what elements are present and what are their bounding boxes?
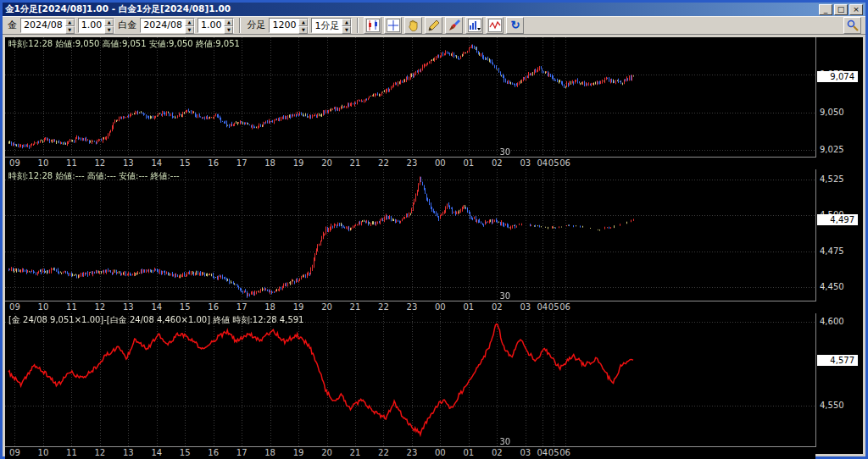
platinum-month-spinner[interactable]: ▲▼ bbox=[185, 19, 194, 32]
toolbar-separator bbox=[357, 18, 359, 33]
platinum-chart-canvas[interactable] bbox=[5, 169, 815, 301]
x-tick-label: 03 bbox=[520, 302, 531, 312]
x-tick-label: 11 bbox=[66, 302, 77, 312]
gold-month-field[interactable]: 2024/08 ▲▼ bbox=[20, 18, 75, 33]
x-tick-label: 18 bbox=[264, 448, 275, 457]
gold-multiplier-field[interactable]: 1.00 ▲▼ bbox=[78, 18, 115, 33]
gold-multiplier-spinner[interactable]: ▲▼ bbox=[104, 19, 114, 32]
indicators-menu-icon[interactable] bbox=[465, 17, 483, 34]
x-tick-label: 22 bbox=[378, 448, 389, 457]
x-tick-label: 23 bbox=[407, 158, 418, 168]
gold-chart-canvas[interactable] bbox=[5, 37, 815, 158]
minimize-button[interactable]: _ bbox=[819, 4, 832, 15]
x-tick-label: 02 bbox=[492, 448, 503, 457]
timeframe-value[interactable]: 1分足 bbox=[312, 19, 342, 32]
platinum-month-value[interactable]: 2024/08 bbox=[141, 19, 185, 32]
oscillator-icon[interactable] bbox=[486, 17, 504, 34]
platinum-multiplier-spinner[interactable]: ▲▼ bbox=[224, 19, 233, 32]
x-tick-label: 04 bbox=[537, 158, 548, 168]
gold-multiplier-value[interactable]: 1.00 bbox=[79, 19, 105, 32]
x-tick-label: 09 bbox=[9, 302, 20, 312]
x-tick-label: 00 bbox=[435, 448, 446, 457]
date-marker: 30 bbox=[499, 291, 510, 301]
x-tick-label: 09 bbox=[9, 448, 20, 457]
titlebar[interactable]: 金1分足[2024/08]1.00 - 白金1分足[2024/08]1.00 _… bbox=[3, 3, 865, 16]
x-tick-label: 15 bbox=[180, 158, 191, 168]
x-tick-label: 14 bbox=[151, 448, 162, 457]
pencil-icon[interactable] bbox=[425, 17, 442, 34]
timeframe-spinner[interactable]: ▲▼ bbox=[342, 19, 351, 32]
x-tick-label: 20 bbox=[321, 302, 332, 312]
x-tick-label: 10 bbox=[38, 448, 49, 457]
bars-count-spinner[interactable]: ▲▼ bbox=[298, 19, 308, 32]
candle-chart-icon[interactable] bbox=[364, 17, 381, 34]
bars-count-value[interactable]: 1200 bbox=[270, 19, 298, 32]
x-tick-label: 16 bbox=[208, 448, 219, 457]
platinum-month-field[interactable]: 2024/08 ▲▼ bbox=[140, 18, 195, 33]
x-tick-label: 17 bbox=[236, 158, 248, 168]
x-tick-label: 16 bbox=[208, 302, 219, 312]
x-tick-label: 22 bbox=[378, 302, 389, 312]
spread-chart-canvas[interactable] bbox=[5, 313, 815, 447]
y-tick-label: 4,525 bbox=[820, 174, 844, 184]
x-tick-label: 21 bbox=[350, 448, 361, 457]
last-price-badge: 9,074 bbox=[817, 71, 858, 82]
x-tick-label: 13 bbox=[123, 158, 134, 168]
x-tick-label: 03 bbox=[520, 158, 531, 168]
x-tick-label: 11 bbox=[66, 158, 77, 168]
x-tick-label: 10 bbox=[38, 302, 49, 312]
x-tick-label: 19 bbox=[293, 158, 304, 168]
x-tick-label: 15 bbox=[180, 302, 191, 312]
gold-time-axis: 0910111213141516171819202122230001020304… bbox=[5, 158, 815, 169]
restore-button[interactable]: □ bbox=[834, 4, 848, 15]
y-tick-label: 4,450 bbox=[820, 282, 844, 291]
x-tick-label: 06 bbox=[559, 158, 570, 168]
x-tick-label: 18 bbox=[264, 158, 275, 168]
x-tick-label: 11 bbox=[66, 448, 77, 457]
y-tick-label: 4,475 bbox=[820, 246, 844, 256]
spread-time-axis: 0910111213141516171819202122230001020304… bbox=[5, 447, 815, 459]
pan-hand-icon[interactable] bbox=[404, 17, 422, 34]
gold-month-spinner[interactable]: ▲▼ bbox=[65, 19, 75, 32]
x-tick-label: 05 bbox=[548, 448, 559, 457]
platinum-quote-info: 時刻:12:28 始値:--- 高値:--- 安値:--- 終値:--- bbox=[8, 170, 180, 182]
crosshair-icon[interactable] bbox=[384, 17, 402, 34]
x-tick-label: 06 bbox=[559, 448, 570, 457]
x-tick-label: 19 bbox=[293, 302, 304, 312]
spread-chart-panel: [金 24/08 9,051×1.00]-[白金 24/08 4,460×1.0… bbox=[5, 313, 863, 459]
x-tick-label: 13 bbox=[123, 302, 134, 312]
bars-count-field[interactable]: 1200 ▲▼ bbox=[269, 18, 309, 33]
close-button[interactable]: × bbox=[849, 4, 863, 15]
gold-month-value[interactable]: 2024/08 bbox=[21, 19, 65, 32]
x-tick-label: 17 bbox=[236, 302, 248, 312]
chart-window: 金1分足[2024/08]1.00 - 白金1分足[2024/08]1.00 _… bbox=[0, 0, 868, 459]
last-price-badge: 4,497 bbox=[817, 214, 858, 225]
bars-label: 分足 bbox=[247, 19, 265, 31]
x-tick-label: 12 bbox=[94, 158, 105, 168]
window-buttons: _ □ × bbox=[819, 4, 863, 15]
x-tick-label: 20 bbox=[321, 448, 332, 457]
x-tick-label: 05 bbox=[548, 158, 559, 168]
refresh-icon[interactable]: ↻ bbox=[506, 17, 524, 34]
x-tick-label: 09 bbox=[9, 158, 20, 168]
platinum-multiplier-field[interactable]: 1.00 ▲▼ bbox=[198, 18, 235, 33]
chart-area: 時刻:12:28 始値:9,050 高値:9,051 安値:9,050 終値:9… bbox=[5, 37, 863, 454]
y-tick-label: 9,050 bbox=[820, 108, 844, 117]
x-tick-label: 22 bbox=[378, 158, 389, 168]
x-tick-label: 01 bbox=[463, 448, 474, 457]
timeframe-field[interactable]: 1分足 ▲▼ bbox=[311, 18, 352, 33]
x-tick-label: 03 bbox=[520, 448, 531, 457]
spread-formula-info: [金 24/08 9,051×1.00]-[白金 24/08 4,460×1.0… bbox=[8, 314, 303, 326]
brush-icon[interactable] bbox=[445, 17, 463, 34]
x-tick-label: 01 bbox=[463, 302, 474, 312]
gold-label: 金 bbox=[8, 19, 17, 31]
x-tick-label: 12 bbox=[94, 302, 105, 312]
x-tick-label: 18 bbox=[264, 302, 275, 312]
platinum-time-axis: 0910111213141516171819202122230001020304… bbox=[5, 301, 815, 313]
magnifier-icon[interactable] bbox=[843, 17, 861, 34]
spread-price-axis: 4,6004,5504,577 bbox=[815, 313, 863, 447]
x-tick-label: 04 bbox=[537, 448, 548, 457]
platinum-multiplier-value[interactable]: 1.00 bbox=[198, 19, 225, 32]
x-tick-label: 14 bbox=[151, 302, 162, 312]
x-tick-label: 23 bbox=[407, 448, 418, 457]
